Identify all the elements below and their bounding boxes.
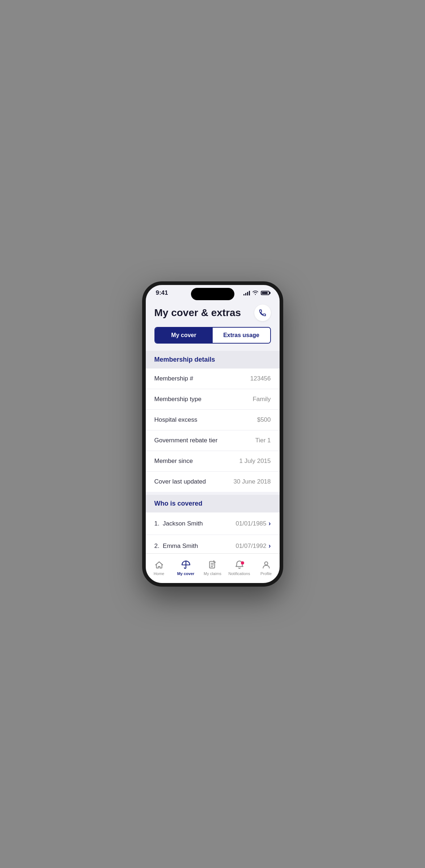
signal-icon xyxy=(243,290,250,295)
membership-type-row: Membership type Family xyxy=(146,389,280,410)
rebate-tier-value: Tier 1 xyxy=(255,437,271,444)
covered-list: 1. Jackson Smith 01/01/1985 › 2. Emma Sm… xyxy=(146,512,280,553)
home-icon xyxy=(154,560,164,570)
phone-button[interactable] xyxy=(254,305,271,321)
status-icons xyxy=(243,290,269,296)
tab-my-cover[interactable]: My cover xyxy=(155,328,213,343)
hospital-excess-row: Hospital excess $500 xyxy=(146,410,280,430)
membership-number-row: Membership # 123456 xyxy=(146,369,280,389)
nav-home[interactable]: Home xyxy=(146,554,173,583)
covered-member-2-dob: 01/07/1992 xyxy=(235,542,266,550)
membership-type-label: Membership type xyxy=(154,396,201,403)
covered-member-1-name: 1. Jackson Smith xyxy=(154,520,203,527)
hospital-excess-value: $500 xyxy=(257,416,271,424)
member-since-row: Member since 1 July 2015 xyxy=(146,451,280,472)
dynamic-island xyxy=(191,288,234,300)
hospital-excess-label: Hospital excess xyxy=(154,416,197,424)
phone-icon xyxy=(259,309,267,317)
profile-icon xyxy=(261,560,271,570)
rebate-tier-row: Government rebate tier Tier 1 xyxy=(146,430,280,451)
chevron-right-icon: › xyxy=(269,520,271,527)
membership-section-header: Membership details xyxy=(146,351,280,369)
chevron-right-icon-2: › xyxy=(269,542,271,550)
covered-member-2-right: 01/07/1992 › xyxy=(235,542,271,550)
tab-toggle: My cover Extras usage xyxy=(154,327,271,344)
cover-updated-row: Cover last updated 30 June 2018 xyxy=(146,472,280,492)
notification-badge xyxy=(241,561,244,565)
page-title: My cover & extras xyxy=(154,307,241,319)
covered-section-title: Who is covered xyxy=(154,500,203,507)
claims-icon xyxy=(208,560,218,570)
tab-extras-usage[interactable]: Extras usage xyxy=(213,328,270,343)
battery-icon xyxy=(261,291,269,295)
membership-number-label: Membership # xyxy=(154,375,194,382)
member-since-label: Member since xyxy=(154,458,193,465)
bottom-nav: Home My cover My claims xyxy=(146,553,280,583)
nav-profile[interactable]: Profile xyxy=(253,554,280,583)
phone-frame: 9:41 My cover & extr xyxy=(142,281,283,587)
member-since-value: 1 July 2015 xyxy=(239,458,271,465)
notifications-icon xyxy=(234,560,245,570)
covered-member-1-right: 01/01/1985 › xyxy=(235,520,271,527)
wifi-icon xyxy=(252,290,259,296)
covered-member-1[interactable]: 1. Jackson Smith 01/01/1985 › xyxy=(146,512,280,535)
cover-updated-value: 30 June 2018 xyxy=(233,478,271,485)
membership-number-value: 123456 xyxy=(250,375,271,382)
status-bar: 9:41 xyxy=(146,285,280,299)
page-header: My cover & extras xyxy=(146,299,280,326)
membership-type-value: Family xyxy=(252,396,271,403)
nav-my-claims-label: My claims xyxy=(204,571,221,576)
status-time: 9:41 xyxy=(156,289,168,297)
svg-point-1 xyxy=(264,562,268,565)
nav-notifications[interactable]: Notifications xyxy=(226,554,253,583)
covered-section-header: Who is covered xyxy=(146,495,280,512)
rebate-tier-label: Government rebate tier xyxy=(154,437,218,444)
nav-my-cover[interactable]: My cover xyxy=(173,554,199,583)
nav-my-claims[interactable]: My claims xyxy=(199,554,226,583)
nav-home-label: Home xyxy=(154,571,164,576)
main-content: My cover & extras My cover Extras usage … xyxy=(146,299,280,553)
nav-notifications-label: Notifications xyxy=(229,571,250,576)
covered-member-1-dob: 01/01/1985 xyxy=(235,520,266,527)
membership-section-title: Membership details xyxy=(154,356,215,363)
nav-my-cover-label: My cover xyxy=(177,571,195,576)
cover-updated-label: Cover last updated xyxy=(154,478,206,485)
umbrella-icon xyxy=(181,560,191,570)
covered-member-2[interactable]: 2. Emma Smith 01/07/1992 › xyxy=(146,535,280,553)
covered-member-2-name: 2. Emma Smith xyxy=(154,542,198,550)
membership-detail-list: Membership # 123456 Membership type Fami… xyxy=(146,369,280,492)
nav-profile-label: Profile xyxy=(260,571,272,576)
